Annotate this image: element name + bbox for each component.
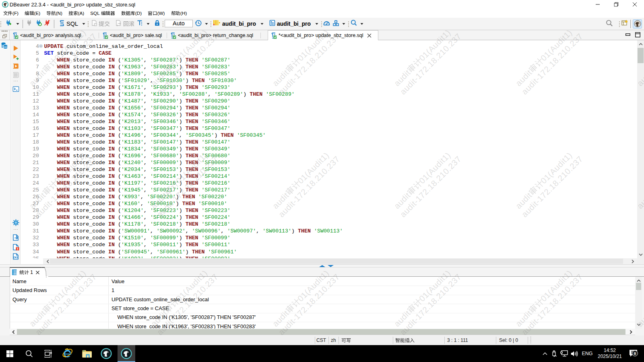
statistics-tab-close-icon[interactable] bbox=[36, 271, 39, 274]
menu-item-2[interactable]: (N) bbox=[43, 9, 66, 18]
restore-button[interactable] bbox=[607, 0, 625, 9]
menu-item-4[interactable]: SQL bbox=[87, 9, 118, 18]
scrollbar-thumb[interactable] bbox=[636, 283, 641, 290]
explain-plan-icon[interactable] bbox=[12, 72, 19, 78]
new-connection-button[interactable] bbox=[5, 20, 12, 28]
sash-collapse-down-icon[interactable] bbox=[328, 265, 334, 267]
tray-network-icon[interactable] bbox=[559, 350, 569, 357]
execute-new-tab-icon[interactable] bbox=[12, 54, 19, 61]
file-explorer-icon[interactable] bbox=[78, 345, 96, 362]
status-cell-3[interactable] bbox=[395, 337, 415, 344]
rollback-button[interactable] bbox=[115, 20, 122, 28]
connect-button[interactable] bbox=[26, 20, 33, 28]
status-cell-1[interactable]: zh bbox=[331, 337, 336, 344]
editor-results-sash[interactable] bbox=[0, 264, 644, 267]
export-result-icon[interactable] bbox=[12, 234, 19, 241]
sql-editor-icon[interactable] bbox=[59, 20, 65, 28]
dropdown-caret-icon[interactable] bbox=[82, 23, 85, 25]
tray-volume-icon[interactable] bbox=[569, 351, 580, 357]
settings-gear-icon[interactable] bbox=[12, 219, 19, 226]
dropdown-caret-icon[interactable] bbox=[147, 23, 150, 25]
editor-maximize-icon[interactable] bbox=[635, 32, 640, 37]
dropdown-caret-icon[interactable] bbox=[342, 23, 345, 25]
scrollbar-thumb[interactable] bbox=[638, 48, 644, 63]
dropdown-caret-icon[interactable] bbox=[360, 23, 363, 25]
dropdown-caret-icon[interactable] bbox=[16, 23, 19, 25]
scroll-up-icon[interactable] bbox=[638, 41, 644, 47]
view-menu-icon[interactable] bbox=[2, 31, 8, 32]
tray-language-indicator[interactable]: ENG bbox=[580, 351, 595, 356]
status-cell-2[interactable] bbox=[341, 337, 351, 344]
taskbar-search-icon[interactable] bbox=[20, 345, 38, 362]
sash-collapse-up-icon[interactable] bbox=[319, 265, 325, 267]
scroll-right-icon[interactable] bbox=[628, 329, 634, 335]
scrollbar-thumb[interactable] bbox=[50, 259, 623, 264]
search-button[interactable] bbox=[351, 20, 357, 28]
tray-usb-icon[interactable] bbox=[549, 350, 559, 357]
dbeaver-profile-button[interactable] bbox=[633, 19, 642, 29]
internet-explorer-icon[interactable] bbox=[59, 345, 76, 362]
dbeaver-taskbar-active[interactable] bbox=[118, 345, 135, 362]
autocommit-combo[interactable]: Auto bbox=[165, 20, 193, 27]
connection-name[interactable]: audit_bi_pro bbox=[222, 21, 256, 27]
code-area[interactable]: UPDATE custom_online_sale_order_localSET… bbox=[44, 40, 637, 258]
tray-chevron-icon[interactable] bbox=[541, 352, 549, 355]
schema-icon[interactable] bbox=[269, 20, 275, 28]
editor-horizontal-scrollbar[interactable] bbox=[43, 258, 637, 264]
tab-statistics[interactable]: 1 bbox=[10, 267, 43, 277]
tray-clock[interactable]: 14:52 2025/10/21 bbox=[595, 348, 625, 360]
editor-minimize-icon[interactable] bbox=[625, 33, 630, 36]
menu-item-1[interactable]: (E) bbox=[22, 9, 43, 18]
menu-item-3[interactable]: (A) bbox=[66, 9, 87, 18]
dbeaver-taskbar-icon[interactable] bbox=[97, 345, 115, 362]
scroll-left-icon[interactable] bbox=[10, 329, 17, 335]
dropdown-caret-icon[interactable] bbox=[205, 23, 208, 25]
compile-button[interactable] bbox=[333, 20, 339, 28]
fold-collapse-icon[interactable] bbox=[39, 44, 43, 48]
statistics-grid[interactable]: NameValueUpdated Rows1QueryUPDATE custom… bbox=[10, 277, 635, 329]
status-cell-5[interactable]: Sel: 0 | 0 bbox=[499, 337, 518, 344]
transaction-history-button[interactable] bbox=[195, 20, 202, 28]
close-button[interactable] bbox=[625, 0, 644, 9]
dropdown-caret-icon[interactable] bbox=[260, 23, 264, 25]
variables-icon[interactable] bbox=[12, 253, 19, 260]
dropdown-caret-icon[interactable] bbox=[315, 23, 318, 25]
scroll-down-icon[interactable] bbox=[636, 322, 642, 328]
editor-vertical-scrollbar[interactable] bbox=[637, 40, 644, 258]
scrollbar-thumb[interactable] bbox=[17, 329, 625, 335]
scroll-down-icon[interactable] bbox=[638, 251, 644, 257]
status-cell-4[interactable]: 3 : 1 : 111 bbox=[447, 337, 468, 344]
perspective-button[interactable] bbox=[621, 20, 628, 28]
connection-icon[interactable] bbox=[213, 20, 220, 28]
scroll-right-icon[interactable] bbox=[630, 258, 636, 264]
editor-tab-2[interactable]: <audit_bi_pro> return_change.sql bbox=[167, 31, 261, 40]
tray-notification-icon[interactable]: 8 bbox=[625, 350, 644, 358]
transaction-log-button[interactable] bbox=[137, 20, 143, 28]
log-error-icon[interactable] bbox=[12, 244, 19, 251]
editor-tab-0[interactable]: <audit_bi_pro> analysis.sql bbox=[9, 31, 99, 40]
execute-script-icon[interactable] bbox=[12, 63, 19, 70]
restore-panel-icon[interactable] bbox=[2, 34, 7, 38]
commit-label[interactable] bbox=[99, 21, 110, 27]
menu-item-6[interactable]: (W) bbox=[145, 9, 168, 18]
rollback-label[interactable] bbox=[123, 21, 134, 27]
tab-close-icon[interactable] bbox=[367, 33, 372, 38]
reconnect-button[interactable] bbox=[35, 20, 42, 28]
disconnect-button[interactable] bbox=[44, 20, 51, 28]
database-navigator-icon[interactable] bbox=[1, 42, 8, 50]
sql-label[interactable]: SQL bbox=[66, 21, 78, 27]
dashboard-button[interactable] bbox=[323, 20, 330, 28]
quick-access-search-icon[interactable] bbox=[606, 20, 613, 28]
start-button[interactable] bbox=[1, 345, 19, 362]
editor-tab-1[interactable]: <audit_bi_pro> sale.sql bbox=[99, 31, 167, 40]
task-view-icon[interactable] bbox=[39, 345, 57, 362]
menu-item-0[interactable]: (F) bbox=[0, 9, 22, 18]
sql-terminal-icon[interactable] bbox=[12, 86, 19, 93]
execute-statement-icon[interactable] bbox=[12, 45, 19, 52]
minimize-button[interactable] bbox=[588, 0, 607, 9]
results-vertical-scrollbar[interactable] bbox=[635, 277, 642, 329]
commit-button[interactable] bbox=[91, 20, 97, 28]
lock-button[interactable] bbox=[154, 20, 160, 28]
status-cell-0[interactable]: CST bbox=[316, 337, 326, 344]
menu-item-5[interactable]: (D) bbox=[118, 9, 145, 18]
